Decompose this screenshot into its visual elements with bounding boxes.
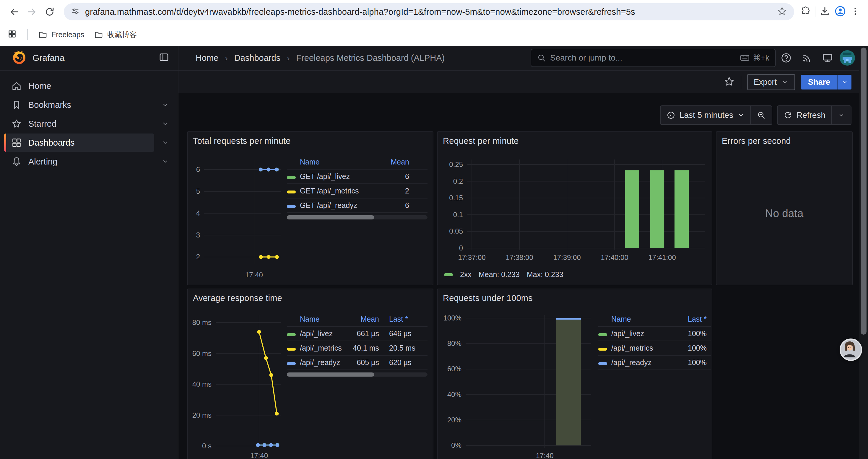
legend-series-name[interactable]: /api/_metrics	[611, 344, 676, 352]
legend-header-last[interactable]: Last *	[676, 315, 707, 323]
reload-icon[interactable]	[41, 4, 58, 20]
extensions-icon[interactable]	[800, 6, 811, 18]
bookmark-star-icon[interactable]	[777, 6, 787, 18]
legend-value: 605 µs	[348, 358, 379, 367]
legend-value: 100%	[676, 344, 707, 352]
bookmark-folder-freeleaps[interactable]: Freeleaps	[38, 30, 84, 39]
panel-title[interactable]: Errors per second	[722, 136, 791, 146]
legend-series-name[interactable]: /api/_readyz	[300, 358, 348, 367]
sidebar-item-dashboards[interactable]: Dashboards	[0, 133, 178, 152]
help-icon[interactable]	[776, 49, 797, 66]
menu-kebab-icon[interactable]	[850, 6, 860, 18]
legend-scrollbar-thumb[interactable]	[287, 215, 374, 220]
legend-header-last[interactable]: Last *	[379, 315, 428, 323]
sidebar-item-label: Starred	[28, 119, 56, 129]
sidebar-item-starred[interactable]: Starred	[0, 114, 178, 133]
chevron-down-icon[interactable]	[161, 120, 169, 128]
panel-average-response-time: Average response time 80 ms60 ms40 ms20 …	[187, 289, 433, 459]
series-color-dash	[444, 273, 453, 276]
series-color-dash	[598, 358, 611, 367]
share-menu-button[interactable]	[837, 75, 851, 90]
legend-value: 20.5 ms	[379, 344, 428, 352]
chevron-down-icon	[841, 78, 848, 86]
breadcrumb-home[interactable]: Home	[195, 53, 218, 63]
download-icon[interactable]	[819, 6, 830, 18]
chevron-down-icon[interactable]	[161, 139, 169, 146]
legend-row: 2xx Mean: 0.233 Max: 0.233	[444, 270, 563, 279]
legend-series-name[interactable]: /api/_metrics	[300, 344, 348, 352]
zoom-out-button[interactable]	[750, 106, 772, 124]
chart-request-per-minute[interactable]: 0.250.20.150.10.05017:37:0017:38:0017:39…	[438, 132, 712, 285]
legend-series-name[interactable]: GET /api/_readyz	[300, 201, 378, 210]
legend-header-name[interactable]: Name	[300, 315, 348, 323]
legend-series-name[interactable]: /api/_livez	[300, 329, 348, 338]
legend-series-name[interactable]: /api/_livez	[611, 329, 676, 338]
x-tick-label: 17:38:00	[505, 254, 533, 261]
series-color-dash	[598, 344, 611, 352]
search-input[interactable]: Search or jump to... ⌘+k	[531, 49, 776, 67]
legend-header-row: NameMeanLast *	[287, 312, 428, 327]
y-tick-label: 2	[196, 253, 200, 261]
y-tick-label: 3	[196, 231, 200, 239]
sidebar-item-home[interactable]: Home	[0, 76, 178, 95]
refresh-interval-button[interactable]	[831, 106, 851, 124]
data-point	[256, 443, 260, 447]
user-avatar[interactable]	[840, 50, 855, 66]
refresh-button[interactable]: Refresh	[778, 106, 831, 124]
legend-header-mean[interactable]: Mean	[348, 315, 379, 323]
data-point	[269, 443, 273, 447]
y-tick-label: 0%	[451, 441, 462, 449]
breadcrumb: Home Dashboards Freeleaps Metrics Dashbo…	[195, 53, 445, 63]
forward-icon[interactable]	[24, 4, 40, 20]
time-range-label: Last 5 minutes	[680, 110, 733, 120]
bar	[650, 170, 664, 248]
toolbar-divider	[741, 76, 741, 89]
profile-icon[interactable]	[834, 5, 846, 18]
legend-series-name[interactable]: 2xx	[460, 270, 471, 279]
scrollbar-thumb[interactable]	[861, 47, 867, 335]
legend-series-name[interactable]: /api/_readyz	[611, 358, 676, 367]
url-text[interactable]: grafana.mathmast.com/d/deytv4rwavabkb/fr…	[85, 7, 777, 17]
legend-h-scrollbar[interactable]	[287, 215, 428, 220]
share-label: Share	[808, 78, 830, 87]
legend-header-name[interactable]: Name	[611, 315, 676, 323]
legend-value: 2	[378, 187, 409, 195]
browser-actions	[800, 5, 862, 18]
y-tick-label: 80 ms	[192, 319, 212, 326]
chevron-down-icon[interactable]	[161, 158, 169, 165]
back-icon[interactable]	[6, 4, 23, 20]
favorite-star-icon[interactable]	[723, 76, 735, 88]
grafana-logo[interactable]	[11, 49, 27, 66]
floating-assistant-avatar[interactable]	[840, 338, 862, 361]
panel-request-per-minute: Request per minute 0.250.20.150.10.05017…	[437, 131, 712, 285]
legend-series-name[interactable]: GET /api/_livez	[300, 172, 378, 181]
url-bar[interactable]: grafana.mathmast.com/d/deytv4rwavabkb/fr…	[64, 3, 794, 21]
refresh-group: Refresh	[777, 105, 851, 125]
monitor-icon[interactable]	[817, 49, 838, 66]
shortcut-label: ⌘+k	[753, 53, 769, 63]
sidebar-collapse-icon[interactable]	[158, 52, 169, 64]
sidebar-item-bookmarks[interactable]: Bookmarks	[0, 95, 178, 114]
folder-icon	[38, 30, 47, 39]
legend-scrollbar-thumb[interactable]	[287, 372, 374, 376]
legend-series-name[interactable]: GET /api/_metrics	[300, 187, 378, 195]
legend-header-name[interactable]: Name	[300, 158, 378, 166]
export-button[interactable]: Export	[747, 74, 795, 90]
keyboard-icon	[740, 53, 750, 63]
legend-row: /api/_readyz100%	[598, 356, 711, 370]
page-scrollbar[interactable]	[859, 46, 868, 459]
legend-h-scrollbar[interactable]	[287, 372, 428, 376]
breadcrumb-dashboards[interactable]: Dashboards	[218, 53, 280, 63]
chevron-down-icon[interactable]	[161, 101, 169, 109]
share-button[interactable]: Share	[801, 75, 837, 90]
legend-header-mean[interactable]: Mean	[378, 158, 409, 166]
site-settings-icon[interactable]	[71, 7, 80, 17]
bookmarks-bar: Freeleaps 收藏博客	[0, 24, 868, 45]
sidebar-item-alerting[interactable]: Alerting	[0, 152, 178, 171]
apps-grid-icon[interactable]	[8, 30, 17, 40]
news-rss-icon[interactable]	[797, 49, 817, 66]
legend-row: GET /api/_readyz6	[287, 198, 428, 213]
data-point	[275, 412, 279, 416]
time-range-button[interactable]: Last 5 minutes	[660, 106, 750, 124]
bookmark-folder-blogs[interactable]: 收藏博客	[94, 30, 137, 40]
